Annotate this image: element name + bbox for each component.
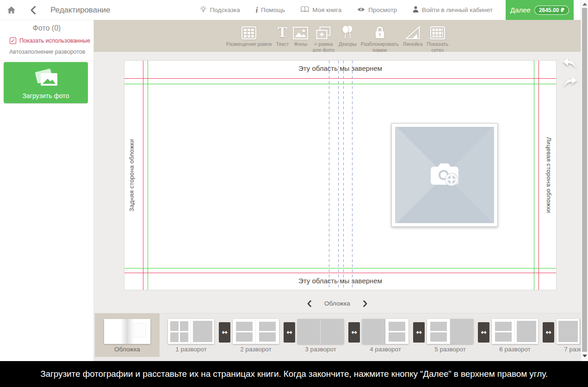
photobook-editor: Редактирование ПодсказкаiПомощьМоя книга… [0, 0, 588, 387]
toolbar-button-ruler[interactable]: Линейка [403, 24, 423, 47]
scrollbar-thumb[interactable] [582, 8, 587, 352]
filmstrip-item-spread-6[interactable]: ↔6 разворот [483, 313, 548, 357]
undo-button[interactable] [562, 57, 578, 71]
spine-line [579, 319, 580, 344]
bleed-line-right [538, 61, 539, 290]
show-used-checkbox-row[interactable]: ✓ Показать использованные [10, 37, 93, 44]
page-title: Редактирование [50, 6, 111, 15]
redo-button[interactable] [562, 76, 578, 90]
thumb-page [557, 319, 580, 344]
thumb-page [297, 319, 321, 344]
safe-line-left [148, 61, 148, 290]
spread-thumbnail [362, 319, 409, 344]
spine-fold-line-1 [329, 61, 329, 290]
camera-plus-icon [427, 160, 462, 190]
toolbar-button-text[interactable]: TТекст [276, 24, 289, 47]
checkbox-checked-icon[interactable]: ✓ [10, 37, 16, 44]
filmstrip-item-label: 3 разворот [297, 346, 344, 353]
thumb-page [492, 319, 515, 344]
left-right-arrow-icon: ↔ [416, 328, 422, 337]
thumb-page [362, 319, 385, 344]
spine-line [385, 319, 385, 344]
filmstrip-item-cover[interactable]: Обложка [95, 313, 160, 357]
toolbar-button-label: Текст [276, 41, 289, 47]
filmstrip-item-label: 4 разворот [362, 346, 409, 353]
toolbar-button-label: Линейка [403, 41, 423, 47]
balloons-icon [341, 24, 354, 39]
menu-item-label: Войти в личный кабинет [422, 6, 493, 13]
menu-item-label: Моя книга [312, 6, 341, 13]
menu-item-help[interactable]: iПомощь [256, 6, 285, 14]
filmstrip-item-spread-3[interactable]: ↔3 разворот [289, 313, 354, 357]
menu-item-login[interactable]: Войти в личный кабинет [413, 6, 493, 14]
photos-sidebar: Фото (0) ✓ Показать использованные Автоз… [0, 20, 94, 361]
filmstrip-item-label: Обложка [95, 346, 160, 353]
spread-move-handle[interactable]: ↔ [413, 322, 425, 343]
image-icon [293, 24, 308, 39]
toolbar-button-show-grid[interactable]: Показать сетку [427, 24, 449, 53]
left-right-arrow-icon: ↔ [481, 328, 487, 337]
thumb-page [515, 319, 538, 344]
filmstrip-item-spread-1[interactable]: ↔1 разворот [160, 313, 224, 357]
spread-move-handle[interactable]: ↔ [543, 322, 554, 343]
vertical-scrollbar[interactable] [581, 0, 588, 361]
menu-item-hint[interactable]: Подсказка [200, 6, 240, 14]
book-icon [301, 6, 309, 14]
thumb-page [427, 319, 450, 344]
upload-photo-button[interactable]: Загрузить фото [4, 62, 88, 103]
filmstrip-item-spread-2[interactable]: ↔2 разворот [224, 313, 289, 357]
filmstrip-item-spread-5[interactable]: ↔5 разворот [419, 313, 483, 357]
spread-thumbnail [492, 319, 538, 344]
thumb-page [233, 319, 256, 344]
user-icon [413, 6, 419, 14]
grid2-icon [430, 24, 445, 39]
previous-spread-button[interactable] [305, 299, 313, 309]
left-right-arrow-icon: ↔ [286, 328, 292, 337]
wrap-area-note-top: Эту область мы завернем [124, 64, 556, 72]
spine-fold-line-4 [352, 61, 353, 290]
next-button[interactable]: Далее 2645.00 ₽ [506, 0, 574, 20]
scroll-down-arrow-icon[interactable] [582, 355, 587, 357]
spread-move-handle[interactable]: ↔ [478, 322, 489, 343]
bleed-line-left [143, 61, 143, 290]
lock-icon [374, 24, 385, 39]
spread-move-handle[interactable]: ↔ [348, 322, 360, 343]
wrap-area-note-bottom: Эту область мы завернем [124, 277, 556, 285]
thumb-page [321, 319, 344, 344]
filmstrip-item-spread-4[interactable]: ↔4 разворот [354, 313, 419, 357]
toolbar-button-unlock-frames[interactable]: Разблокировать рамки [361, 24, 399, 53]
spread-pager: Обложка [94, 294, 581, 313]
toolbar-button-decors[interactable]: Декоры [339, 24, 357, 47]
photo-placeholder-area [395, 127, 494, 223]
autofill-spreads-link[interactable]: Автозаполнение разворотов [9, 49, 93, 55]
spread-thumbnail [427, 319, 473, 344]
home-icon[interactable] [6, 6, 16, 14]
toolbar-button-frame-placement[interactable]: Размещение рамок [226, 24, 272, 47]
sidebar-divider [0, 61, 93, 61]
toolbar-button-add-photo-frame[interactable]: + рамка для фото [312, 24, 334, 53]
menu-item-preview[interactable]: Просмотр [357, 6, 397, 13]
thumb-page [385, 319, 409, 344]
spine-line [191, 319, 191, 344]
spread-move-handle[interactable]: ↔ [284, 322, 295, 343]
next-spread-button[interactable] [361, 299, 369, 309]
thumb-page [191, 319, 214, 344]
next-button-label: Далее [510, 6, 531, 14]
spread-move-handle[interactable]: ↔ [219, 322, 230, 343]
spreads-filmstrip: Обложка↔1 разворот↔2 разворот↔3 разворот… [94, 313, 588, 361]
canvas-area: Эту область мы завернем Эту область мы з… [94, 52, 581, 294]
back-button[interactable] [31, 6, 36, 14]
cover-photo-placeholder[interactable] [391, 123, 498, 227]
toolbar-button-backgrounds[interactable]: Фоны [293, 24, 308, 47]
grid-icon [241, 24, 256, 39]
spine-line [255, 319, 256, 344]
spine-fold-line-3 [343, 61, 344, 290]
scroll-up-arrow-icon[interactable] [582, 3, 587, 6]
bleed-line-top [124, 78, 556, 79]
cover-spread-page[interactable]: Эту область мы завернем Эту область мы з… [124, 60, 557, 290]
filmstrip-item-label: 2 разворот [233, 346, 279, 353]
menu-item-my-book[interactable]: Моя книга [301, 6, 341, 14]
menu-item-label: Помощь [261, 6, 285, 13]
thumb-page [168, 319, 191, 344]
toolbar-button-label: Размещение рамок [226, 41, 272, 47]
